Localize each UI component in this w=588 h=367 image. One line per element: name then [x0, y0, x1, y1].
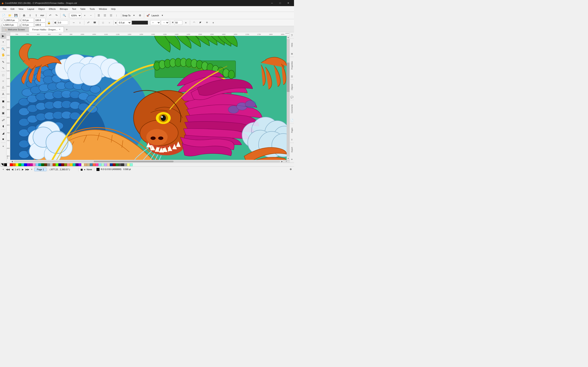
horizontal-scrollbar[interactable]: ◀ ▶ ↺	[10, 160, 290, 163]
color-coral[interactable]	[93, 163, 95, 166]
color-forestgreen[interactable]	[116, 163, 118, 166]
menu-window[interactable]: Window	[97, 7, 109, 11]
color-maroon[interactable]	[61, 163, 64, 166]
blend-tool[interactable]: ☍	[0, 117, 6, 123]
zoom-in-button[interactable]: +	[82, 13, 87, 18]
hscroll-thumb[interactable]	[94, 161, 173, 162]
new-button[interactable]: 📄	[1, 13, 7, 18]
y-input[interactable]	[22, 23, 34, 27]
color-white[interactable]	[7, 163, 10, 166]
color-violet[interactable]	[78, 163, 81, 166]
color-gray[interactable]	[47, 163, 50, 166]
hints-icon[interactable]: ?	[290, 33, 294, 39]
dash-select[interactable]: ─	[150, 20, 160, 25]
hscroll-right[interactable]: ▶	[281, 160, 283, 163]
page-last-btn[interactable]: ▶▶	[25, 167, 29, 171]
color-darkblue[interactable]	[110, 163, 113, 166]
color-peach[interactable]	[107, 163, 110, 166]
objects-tab[interactable]: Objects	[290, 80, 294, 94]
transparency-tool[interactable]: ◖	[0, 123, 6, 129]
close-button[interactable]: ✕	[284, 0, 292, 6]
outline-tool[interactable]: ▣	[0, 110, 6, 116]
color-mint[interactable]	[130, 163, 133, 166]
open-button[interactable]: 📁	[7, 13, 13, 18]
color-darkgreen[interactable]	[41, 163, 44, 166]
vscroll-up[interactable]: ▲	[287, 36, 290, 39]
zoom-reset[interactable]: ↺	[283, 160, 289, 163]
file-tab[interactable]: Firman Hatibu - Dragon... ✕	[29, 27, 64, 32]
flip-h[interactable]: ↔	[71, 20, 77, 25]
color-salmon[interactable]	[67, 163, 70, 166]
pages-tab[interactable]: Pages	[290, 123, 294, 137]
align-center[interactable]: ☎	[92, 20, 98, 25]
color-lightgray[interactable]	[50, 163, 53, 166]
print-button[interactable]: 🖶	[21, 13, 27, 18]
color-magenta[interactable]	[30, 163, 33, 166]
pages-icon[interactable]: 📄	[290, 117, 294, 123]
color-lavender[interactable]	[104, 163, 107, 166]
color-lightblue[interactable]	[35, 163, 38, 166]
color-silver[interactable]	[124, 163, 127, 166]
color-steel[interactable]	[90, 163, 93, 166]
undo-button[interactable]: ↶	[47, 13, 53, 18]
add-tool[interactable]: +	[0, 143, 6, 149]
color-charcoal[interactable]	[121, 163, 124, 166]
search-button[interactable]: 🔍	[61, 13, 67, 18]
color-red[interactable]	[10, 163, 13, 166]
menu-view[interactable]: View	[17, 7, 26, 11]
menu-help[interactable]: Help	[109, 7, 118, 11]
pan-tool[interactable]: 🖐	[0, 52, 6, 58]
properties-tab[interactable]: Properties	[290, 57, 294, 74]
menu-effects[interactable]: Effects	[47, 7, 58, 11]
menu-tools[interactable]: Tools	[87, 7, 97, 11]
welcome-tab[interactable]: ⌂ Welcome Screen	[2, 27, 28, 32]
color-navy[interactable]	[58, 163, 61, 166]
hscroll-left[interactable]: ◀	[11, 160, 13, 163]
height-input[interactable]	[2, 23, 17, 27]
color-tan[interactable]	[84, 163, 87, 166]
freehand-tool[interactable]: ✎	[0, 59, 6, 65]
ellipse-tool[interactable]: ○	[0, 78, 6, 84]
add-panel-icon[interactable]: +	[290, 156, 294, 162]
comments-icon[interactable]: 💬	[290, 94, 294, 100]
interactive-fill[interactable]: ◢	[0, 130, 6, 136]
color-darkred[interactable]	[113, 163, 116, 166]
envelope-btn[interactable]: ◤	[198, 20, 203, 25]
width-input[interactable]	[3, 18, 18, 22]
objects-icon[interactable]: ☷	[290, 74, 294, 80]
add-tab-button[interactable]: +	[64, 27, 69, 32]
page-add-btn[interactable]: +	[1, 167, 5, 171]
menu-text[interactable]: Text	[70, 7, 78, 11]
export-tab[interactable]: Export	[290, 143, 294, 156]
flip-v[interactable]: ↕	[77, 20, 83, 25]
color-lemon[interactable]	[127, 163, 130, 166]
color-indigo[interactable]	[76, 163, 78, 166]
menu-layout[interactable]: Layout	[25, 7, 36, 11]
fill-tool[interactable]: ◼	[0, 98, 6, 104]
x2-input[interactable]	[34, 18, 45, 22]
color-black[interactable]	[4, 163, 7, 166]
view-rulers[interactable]: ☷	[108, 13, 114, 18]
node-tool[interactable]: ▪	[0, 39, 6, 45]
color-olive[interactable]	[64, 163, 67, 166]
y2-input[interactable]	[34, 23, 45, 27]
opacity-input[interactable]	[174, 20, 182, 25]
no-color-swatch[interactable]	[1, 163, 4, 166]
stroke-style-preview[interactable]	[132, 21, 148, 25]
pdf-button[interactable]: PDF	[39, 13, 45, 18]
status-settings-icon[interactable]: ⚙	[289, 168, 292, 171]
effects2-btn[interactable]: ✢	[204, 20, 210, 25]
dissolve-btn[interactable]: ○	[107, 20, 112, 25]
menu-object[interactable]: Object	[36, 7, 47, 11]
color-hotpink[interactable]	[95, 163, 98, 166]
rect-tool[interactable]: □	[0, 72, 6, 78]
color-darkgray[interactable]	[118, 163, 121, 166]
color-lime[interactable]	[56, 163, 58, 166]
smart-fill[interactable]: ■	[0, 136, 6, 142]
export-button[interactable]: ⇧	[33, 13, 39, 18]
color-teal[interactable]	[38, 163, 41, 166]
eyedropper-tool[interactable]: 🗅	[0, 104, 6, 110]
page-prev-btn[interactable]: ◀	[10, 167, 14, 171]
zoom-dropdown[interactable]: 626% 100% 200% 400%	[69, 13, 81, 18]
color-turquoise[interactable]	[73, 163, 76, 166]
